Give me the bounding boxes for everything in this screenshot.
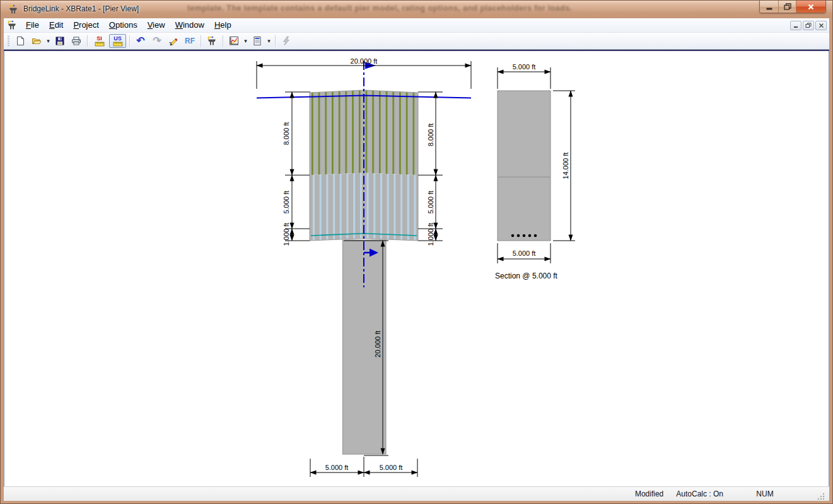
status-modified: Modified bbox=[629, 490, 670, 498]
menu-item-options[interactable]: Options bbox=[104, 18, 143, 32]
menu-item-window[interactable]: Window bbox=[170, 18, 209, 32]
pier-elevation-view: 20.000 ft 8.000 ft 5.000 ft 1.000 ft 8.0… bbox=[257, 57, 471, 477]
toolbar: ▾ SI bbox=[4, 33, 829, 49]
menu-item-window-label: Window bbox=[175, 20, 204, 30]
open-file-dropdown[interactable]: ▾ bbox=[45, 34, 52, 48]
analyze-button[interactable] bbox=[279, 34, 294, 48]
frame-content: File Edit Project Options View Window He… bbox=[4, 18, 829, 501]
toolbar-separator bbox=[129, 35, 130, 47]
si-ruler-icon bbox=[95, 42, 105, 47]
redo-button[interactable]: ↷ bbox=[149, 34, 165, 48]
print-button[interactable] bbox=[69, 34, 84, 48]
toolbar-separator bbox=[87, 35, 88, 47]
menu-item-view[interactable]: View bbox=[143, 18, 170, 32]
mdi-minimize-button[interactable] bbox=[790, 21, 801, 30]
menu-bar: File Edit Project Options View Window He… bbox=[4, 18, 829, 33]
dim-low-left: 1.000 ft bbox=[283, 223, 290, 246]
app-window: template. The template contains a defaul… bbox=[0, 0, 833, 504]
mdi-restore-button[interactable] bbox=[803, 21, 814, 30]
save-floppy-icon bbox=[55, 36, 65, 46]
background-ghost-text: template. The template contains a defaul… bbox=[187, 4, 572, 13]
status-bar: Modified AutoCalc : On NUM bbox=[4, 486, 829, 501]
si-units-label: SI bbox=[96, 36, 102, 42]
menu-item-options-label: Options bbox=[109, 20, 137, 30]
pier-view-button[interactable] bbox=[204, 34, 219, 48]
menu-item-file[interactable]: File bbox=[21, 18, 44, 32]
rating-factor-button[interactable]: RF bbox=[182, 34, 197, 48]
section-outline bbox=[498, 91, 550, 241]
mdi-close-icon bbox=[818, 23, 824, 28]
menu-item-file-label: File bbox=[26, 20, 39, 30]
section-caption: Section @ 5.000 ft bbox=[495, 272, 558, 280]
dim-bottom-right: 5.000 ft bbox=[380, 464, 403, 471]
toolbar-separator bbox=[275, 35, 276, 47]
maximize-restore-button[interactable] bbox=[779, 1, 796, 13]
dim-section-top-width: 5.000 ft bbox=[513, 63, 536, 71]
pier-icon bbox=[207, 36, 217, 46]
graphs-dropdown[interactable]: ▾ bbox=[242, 34, 249, 48]
mdi-close-button[interactable] bbox=[815, 21, 827, 30]
menu-item-edit-label: Edit bbox=[49, 20, 63, 30]
menu-item-edit[interactable]: Edit bbox=[44, 18, 68, 32]
mdi-window-controls bbox=[790, 21, 827, 30]
status-num-lock: NUM bbox=[740, 490, 790, 498]
dim-bottom-left: 5.000 ft bbox=[325, 464, 349, 471]
pier-section-view: 5.000 ft 14.000 ft 5.000 ft Section @ 5.… bbox=[495, 63, 575, 280]
rf-label: RF bbox=[185, 37, 195, 45]
reports-button[interactable] bbox=[250, 34, 265, 48]
menu-item-view-label: View bbox=[148, 20, 165, 30]
redo-icon: ↷ bbox=[153, 36, 161, 46]
edit-pencil-icon bbox=[168, 36, 178, 46]
pier-drawing: 20.000 ft 8.000 ft 5.000 ft 1.000 ft 8.0… bbox=[4, 51, 829, 486]
pier-view-canvas: 20.000 ft 8.000 ft 5.000 ft 1.000 ft 8.0… bbox=[4, 51, 829, 486]
mdi-restore-icon bbox=[805, 23, 812, 28]
close-button[interactable] bbox=[796, 1, 825, 13]
us-units-label: US bbox=[114, 36, 122, 42]
new-document-icon bbox=[15, 36, 25, 46]
reports-dropdown[interactable]: ▾ bbox=[265, 34, 272, 48]
chart-icon bbox=[229, 36, 239, 46]
new-document-button[interactable] bbox=[13, 34, 28, 48]
menu-item-project[interactable]: Project bbox=[68, 18, 103, 32]
title-bar: template. The template contains a defaul… bbox=[1, 1, 832, 18]
dim-mid-left: 5.000 ft bbox=[283, 191, 290, 214]
printer-icon bbox=[71, 36, 81, 46]
menu-item-help[interactable]: Help bbox=[209, 18, 236, 32]
us-ruler-icon bbox=[113, 42, 123, 47]
minimize-button[interactable] bbox=[760, 1, 779, 13]
dim-upper-left: 8.000 ft bbox=[283, 122, 290, 146]
open-file-button[interactable] bbox=[29, 34, 44, 48]
toolbar-separator bbox=[201, 35, 201, 47]
dim-upper-right: 8.000 ft bbox=[427, 123, 434, 147]
window-controls bbox=[759, 1, 826, 13]
report-icon bbox=[252, 36, 262, 46]
dim-column-height: 20.000 ft bbox=[374, 331, 382, 358]
toolbar-grip[interactable] bbox=[8, 36, 9, 46]
dim-section-bottom-width: 5.000 ft bbox=[513, 249, 536, 257]
close-icon bbox=[807, 3, 815, 11]
status-autocalc: AutoCalc : On bbox=[670, 490, 730, 498]
app-pier-icon bbox=[8, 4, 18, 14]
mdi-minimize-icon bbox=[793, 23, 799, 28]
window-title: BridgeLink - XBRate1 - [Pier View] bbox=[23, 4, 139, 13]
si-units-button[interactable]: SI bbox=[91, 34, 108, 48]
graphs-button[interactable] bbox=[226, 34, 242, 48]
document-pier-icon[interactable] bbox=[7, 20, 17, 30]
minimize-icon bbox=[766, 3, 773, 11]
menu-item-help-label: Help bbox=[214, 20, 231, 30]
undo-button[interactable]: ↶ bbox=[133, 34, 148, 48]
open-folder-icon bbox=[32, 36, 42, 46]
restore-icon bbox=[783, 3, 792, 11]
us-units-button[interactable]: US bbox=[109, 34, 126, 48]
lightning-icon bbox=[281, 36, 291, 46]
resize-grip[interactable] bbox=[817, 492, 825, 501]
dim-mid-right: 5.000 ft bbox=[427, 191, 434, 214]
save-button[interactable] bbox=[52, 34, 67, 48]
toolbar-separator bbox=[223, 35, 223, 47]
dim-section-height: 14.000 ft bbox=[562, 152, 569, 180]
dim-roadway-width: 20.000 ft bbox=[351, 57, 378, 65]
edit-pier-button[interactable] bbox=[166, 34, 181, 48]
undo-icon: ↶ bbox=[136, 36, 144, 46]
menu-item-project-label: Project bbox=[73, 20, 98, 30]
dim-low-right: 1.000 ft bbox=[427, 223, 434, 246]
